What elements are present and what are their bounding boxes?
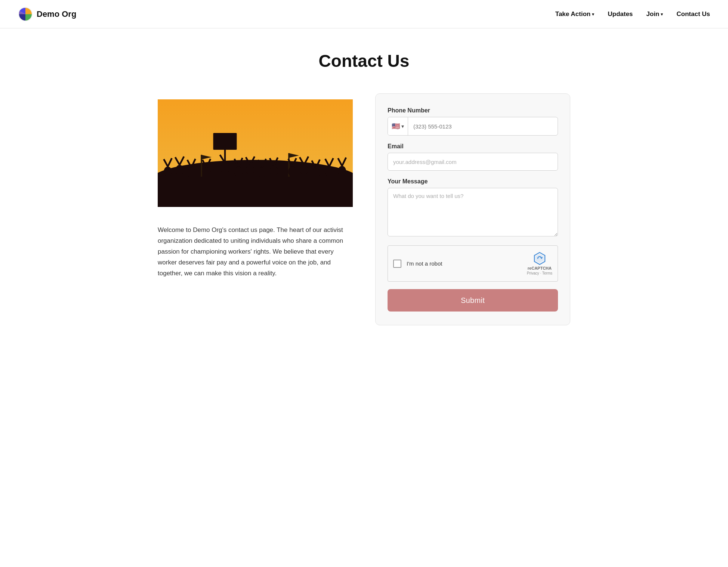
nav-contact-us[interactable]: Contact Us: [676, 10, 710, 18]
message-textarea[interactable]: [388, 188, 558, 236]
recaptcha-checkbox[interactable]: [393, 260, 401, 268]
nav-join[interactable]: Join ▾: [646, 10, 663, 18]
nav-links: Take Action ▾ Updates Join ▾ Contact Us: [555, 10, 710, 18]
nav-updates[interactable]: Updates: [608, 10, 633, 18]
email-group: Email: [388, 143, 558, 171]
take-action-dropdown-icon: ▾: [592, 12, 594, 17]
svg-point-31: [270, 166, 278, 176]
phone-flag-button[interactable]: 🇺🇸 ▾: [388, 117, 408, 135]
brand-name: Demo Org: [37, 9, 76, 19]
svg-point-42: [312, 168, 320, 179]
contact-form-card: Phone Number 🇺🇸 ▾ Email Your Message: [375, 93, 570, 325]
phone-input[interactable]: [408, 117, 558, 135]
page-title: Contact Us: [158, 51, 570, 71]
email-input[interactable]: [388, 153, 558, 171]
svg-point-39: [300, 165, 308, 175]
recaptcha-right: reCAPTCHA Privacy · Terms: [527, 252, 552, 275]
svg-point-22: [234, 167, 243, 177]
recaptcha-logo-icon: [533, 252, 546, 265]
description-text: Welcome to Demo Org's contact us page. T…: [158, 225, 353, 279]
svg-point-4: [164, 167, 172, 177]
recaptcha-widget[interactable]: I'm not a robot reCAPTCHA Privacy · Term…: [388, 245, 558, 282]
us-flag-icon: 🇺🇸: [392, 122, 400, 130]
message-label: Your Message: [388, 178, 558, 185]
recaptcha-links-text: Privacy · Terms: [527, 271, 552, 275]
recaptcha-label: I'm not a robot: [407, 260, 442, 267]
phone-dropdown-arrow: ▾: [401, 123, 404, 129]
svg-rect-20: [213, 133, 237, 150]
email-label: Email: [388, 143, 558, 150]
left-column: Welcome to Demo Org's contact us page. T…: [158, 93, 353, 279]
svg-point-25: [246, 165, 255, 175]
recaptcha-brand-text: reCAPTCHA: [528, 266, 552, 270]
svg-point-10: [187, 168, 195, 178]
svg-point-3: [158, 160, 353, 200]
svg-point-7: [176, 165, 184, 175]
svg-point-18: [220, 163, 229, 174]
submit-button[interactable]: Submit: [388, 289, 558, 312]
recaptcha-left: I'm not a robot: [393, 260, 442, 268]
brand-logo-icon: [18, 7, 33, 22]
phone-input-wrapper: 🇺🇸 ▾: [388, 117, 558, 136]
message-group: Your Message: [388, 178, 558, 238]
phone-label: Phone Number: [388, 107, 558, 114]
svg-point-15: [203, 168, 211, 178]
protest-image: [158, 93, 353, 213]
svg-point-28: [258, 168, 266, 178]
main-content: Contact Us: [140, 28, 588, 355]
content-grid: Welcome to Demo Org's contact us page. T…: [158, 93, 570, 325]
brand-logo-link[interactable]: Demo Org: [18, 7, 76, 22]
nav-take-action[interactable]: Take Action ▾: [555, 10, 594, 18]
svg-point-36: [288, 167, 296, 177]
navbar: Demo Org Take Action ▾ Updates Join ▾ Co…: [0, 0, 728, 28]
svg-point-45: [325, 167, 333, 177]
phone-group: Phone Number 🇺🇸 ▾: [388, 107, 558, 136]
svg-point-48: [338, 166, 346, 176]
join-dropdown-icon: ▾: [661, 12, 663, 17]
